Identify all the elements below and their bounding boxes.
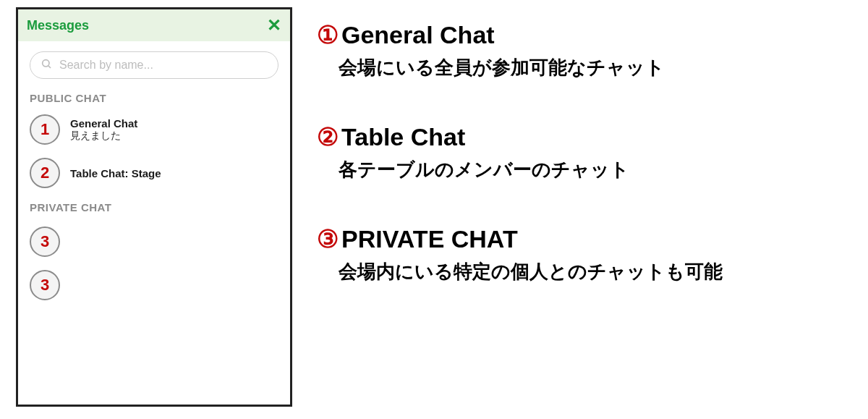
marker-number: 2 (30, 158, 60, 188)
annotation-heading: ①General Chat (317, 20, 854, 49)
annotation-title: General Chat (341, 21, 495, 49)
annotation-1: ①General Chat 会場にいる全員が参加可能なチャット (317, 20, 854, 80)
annotations: ①General Chat 会場にいる全員が参加可能なチャット ②Table C… (302, 0, 868, 284)
chat-row-table[interactable]: 2 Table Chat: Stage (30, 158, 278, 188)
panel-header: Messages ✕ (18, 9, 290, 41)
annotation-heading: ②Table Chat (317, 122, 854, 151)
chat-item-title: Table Chat: Stage (70, 167, 161, 179)
panel-title: Messages (27, 18, 89, 33)
chat-row-private[interactable]: 3 (30, 270, 278, 300)
panel-body: PUBLIC CHAT 1 General Chat 見えました 2 Table… (18, 41, 290, 405)
annotation-title: PRIVATE CHAT (341, 225, 518, 253)
messages-panel-container: Messages ✕ PUBLIC CHAT 1 General Chat 見え… (0, 0, 302, 414)
svg-line-1 (48, 66, 51, 68)
annotation-number: ② (317, 122, 339, 151)
chat-row-general[interactable]: 1 General Chat 見えました (30, 114, 278, 145)
chat-item-preview: 見えました (70, 130, 137, 143)
marker-number: 1 (30, 114, 60, 145)
chat-text: Table Chat: Stage (70, 167, 161, 179)
messages-panel: Messages ✕ PUBLIC CHAT 1 General Chat 見え… (16, 7, 292, 407)
annotation-number: ③ (317, 224, 339, 253)
chat-item-title: General Chat (70, 117, 137, 130)
annotation-desc: 各テーブルのメンバーのチャット (339, 157, 854, 182)
annotation-3: ③PRIVATE CHAT 会場内にいる特定の個人とのチャットも可能 (317, 224, 854, 284)
annotation-title: Table Chat (341, 123, 465, 151)
annotation-2: ②Table Chat 各テーブルのメンバーのチャット (317, 122, 854, 182)
svg-point-0 (43, 60, 49, 67)
chat-row-private[interactable]: 3 (30, 227, 278, 257)
marker-number: 3 (30, 227, 60, 257)
close-icon[interactable]: ✕ (267, 17, 281, 34)
chat-text: General Chat 見えました (70, 117, 137, 143)
private-chat-label: PRIVATE CHAT (30, 201, 278, 213)
annotation-desc: 会場にいる全員が参加可能なチャット (339, 55, 854, 80)
annotation-heading: ③PRIVATE CHAT (317, 224, 854, 253)
search-icon (41, 58, 52, 72)
annotation-number: ① (317, 20, 339, 49)
search-box[interactable] (30, 51, 278, 79)
search-input[interactable] (59, 59, 268, 72)
public-chat-label: PUBLIC CHAT (30, 92, 278, 104)
marker-number: 3 (30, 270, 60, 300)
annotation-desc: 会場内にいる特定の個人とのチャットも可能 (339, 259, 854, 284)
